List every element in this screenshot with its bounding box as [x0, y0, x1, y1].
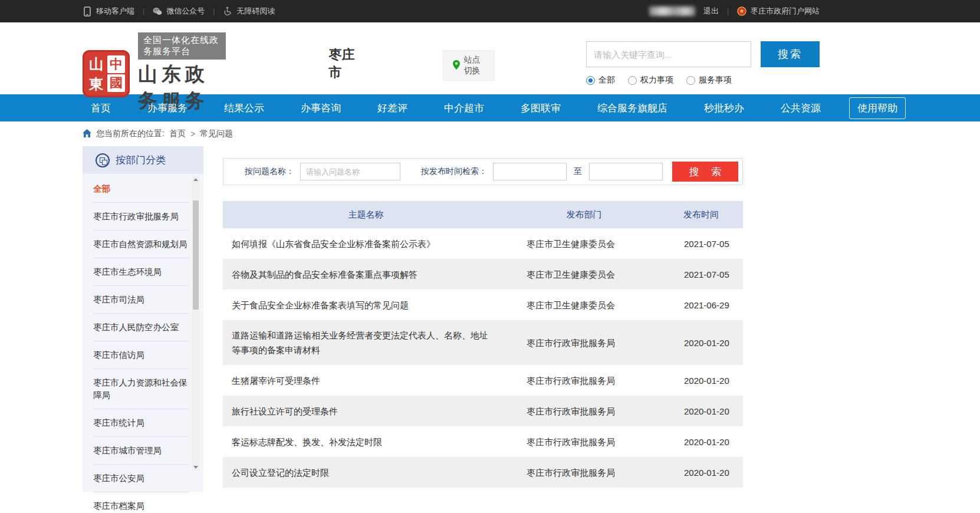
- radio-icon: [686, 76, 695, 85]
- wechat-icon: [153, 6, 162, 16]
- department-item[interactable]: 枣庄市司法局: [93, 286, 189, 314]
- department-item[interactable]: 枣庄市生态环境局: [93, 258, 189, 286]
- nav-item-公共资源[interactable]: 公共资源: [772, 97, 829, 119]
- table-body: 如何填报《山东省食品安全企业标准备案前公示表》枣庄市卫生健康委员会2021-07…: [223, 228, 743, 488]
- faq-title-link[interactable]: 如何填报《山东省食品安全企业标准备案前公示表》: [223, 229, 509, 259]
- department-item[interactable]: 枣庄市人民防空办公室: [93, 314, 189, 341]
- top-utility-bar: 移动客户端 | 微信公众号 | 无障碍阅读 退出 |: [0, 0, 980, 22]
- faq-title-link[interactable]: 客运标志牌配发、换发、补发法定时限: [223, 427, 509, 457]
- faq-row: 公司设立登记的法定时限枣庄市行政审批服务局2020-01-20: [223, 457, 743, 488]
- breadcrumb-home-link[interactable]: 首页: [169, 129, 186, 139]
- radio-icon: [586, 76, 595, 85]
- nav-item-使用帮助[interactable]: 使用帮助: [849, 97, 906, 119]
- gov-portal-label: 枣庄市政府门户网站: [751, 6, 820, 17]
- keyword-search-input[interactable]: [586, 41, 751, 67]
- site-header: 山 東 中 國 全国一体化在线政务服务平台 山东政务服务 枣庄市 站点切换 搜索…: [0, 22, 980, 94]
- faq-title-link[interactable]: 关于食品安全企业标准备案表填写的常见问题: [223, 290, 509, 320]
- department-item[interactable]: 枣庄市人力资源和社会保障局: [93, 369, 189, 409]
- faq-title-link[interactable]: 旅行社设立许可的受理条件: [223, 396, 509, 426]
- sidebar-title: 按部门分类: [116, 153, 166, 167]
- faq-title-link[interactable]: 生猪屠宰许可受理条件: [223, 366, 509, 396]
- faq-title-link[interactable]: 谷物及其制品的食品安全标准备案重点事项解答: [223, 259, 509, 290]
- sidebar-scrollbar[interactable]: [192, 176, 199, 471]
- scroll-down-arrow-icon[interactable]: [192, 463, 199, 471]
- topbar-left-group: 移动客户端 | 微信公众号 | 无障碍阅读: [83, 6, 275, 17]
- nav-item-办事服务[interactable]: 办事服务: [139, 97, 196, 119]
- scrollbar-thumb[interactable]: [193, 200, 199, 310]
- seal-char: 山: [86, 55, 106, 74]
- radio-icon: [628, 76, 637, 85]
- header-search-button[interactable]: 搜索: [761, 41, 820, 67]
- faq-date: 2021-06-29: [659, 298, 743, 313]
- topbar-right-group: 退出 | 枣庄市政府门户网站: [649, 6, 820, 17]
- department-item[interactable]: 枣庄市信访局: [93, 341, 189, 369]
- accessibility-link[interactable]: 无障碍阅读: [223, 6, 275, 17]
- date-from-input[interactable]: [493, 163, 567, 180]
- mobile-app-link[interactable]: 移动客户端: [83, 6, 134, 17]
- faq-filter-bar: 按问题名称： 按发布时间检索： 至 搜 索: [223, 158, 743, 185]
- column-header-title: 主题名称: [223, 209, 509, 221]
- faq-row: 生猪屠宰许可受理条件枣庄市行政审批服务局2020-01-20: [223, 365, 743, 396]
- faq-department: 枣庄市卫生健康委员会: [509, 267, 659, 282]
- date-to-input[interactable]: [589, 163, 663, 180]
- department-item[interactable]: 枣庄市城市管理局: [93, 437, 189, 465]
- nav-item-办事咨询[interactable]: 办事咨询: [292, 97, 349, 119]
- department-item[interactable]: 枣庄市公安局: [93, 465, 189, 492]
- scroll-up-arrow-icon[interactable]: [192, 176, 199, 183]
- site-switch-label: 站点切换: [464, 55, 485, 76]
- question-name-label: 按问题名称：: [245, 166, 294, 177]
- radio-label: 权力事项: [640, 75, 673, 86]
- question-name-input[interactable]: [300, 163, 400, 180]
- nav-item-好差评[interactable]: 好差评: [369, 97, 416, 119]
- nav-item-首页[interactable]: 首页: [83, 97, 119, 119]
- radio-label: 全部: [598, 75, 615, 86]
- topbar-divider: |: [213, 7, 215, 15]
- faq-row: 道路运输和道路运输相关业务经营者变更法定代表人、名称、地址等事项的备案申请材料枣…: [223, 320, 743, 365]
- department-list: 全部枣庄市行政审批服务局枣庄市自然资源和规划局枣庄市生态环境局枣庄市司法局枣庄市…: [83, 174, 203, 513]
- faq-row: 谷物及其制品的食品安全标准备案重点事项解答枣庄市卫生健康委员会2021-07-0…: [223, 259, 743, 290]
- faq-row: 旅行社设立许可的受理条件枣庄市行政审批服务局2020-01-20: [223, 396, 743, 426]
- nav-item-综合服务旗舰店[interactable]: 综合服务旗舰店: [589, 97, 676, 119]
- logout-label: 退出: [703, 6, 719, 17]
- faq-department: 枣庄市卫生健康委员会: [509, 298, 659, 313]
- department-item[interactable]: 枣庄市自然资源和规划局: [93, 231, 189, 258]
- department-item[interactable]: 枣庄市档案局: [93, 492, 189, 513]
- search-scope-radio[interactable]: 全部: [586, 75, 615, 86]
- faq-date: 2021-07-05: [659, 236, 743, 251]
- breadcrumb-prefix: 您当前所在的位置:: [96, 129, 165, 139]
- breadcrumb-current: 常见问题: [200, 129, 233, 139]
- search-scope-radio[interactable]: 服务事项: [686, 75, 732, 86]
- home-icon: [83, 129, 91, 139]
- faq-row: 如何填报《山东省食品安全企业标准备案前公示表》枣庄市卫生健康委员会2021-07…: [223, 228, 743, 259]
- department-sidebar: 按部门分类 全部枣庄市行政审批服务局枣庄市自然资源和规划局枣庄市生态环境局枣庄市…: [83, 146, 203, 492]
- publish-date-label: 按发布时间检索：: [421, 166, 487, 177]
- logout-link[interactable]: 退出: [703, 6, 719, 17]
- department-item[interactable]: 全部: [93, 175, 189, 203]
- gov-portal-link[interactable]: 枣庄市政府门户网站: [737, 6, 820, 17]
- national-emblem-icon: [737, 6, 746, 16]
- nav-item-中介超市[interactable]: 中介超市: [436, 97, 492, 119]
- faq-table: 主题名称 发布部门 发布时间 如何填报《山东省食品安全企业标准备案前公示表》枣庄…: [223, 201, 743, 488]
- faq-date: 2020-01-20: [659, 336, 743, 350]
- accessibility-label: 无障碍阅读: [236, 6, 275, 17]
- faq-department: 枣庄市行政审批服务局: [509, 373, 659, 388]
- faq-date: 2020-01-20: [659, 435, 743, 449]
- site-switch-button[interactable]: 站点切换: [443, 50, 495, 81]
- topbar-divider: |: [143, 7, 144, 15]
- nav-item-多图联审[interactable]: 多图联审: [512, 97, 569, 119]
- faq-department: 枣庄市行政审批服务局: [509, 336, 659, 350]
- main-panel: 按问题名称： 按发布时间检索： 至 搜 索 主题名称 发布部门 发布时间 如何填…: [223, 146, 743, 488]
- nav-item-结果公示[interactable]: 结果公示: [216, 97, 272, 119]
- department-item[interactable]: 枣庄市统计局: [93, 409, 189, 437]
- sidebar-header: 按部门分类: [83, 146, 203, 174]
- faq-title-link[interactable]: 公司设立登记的法定时限: [223, 458, 509, 488]
- filter-search-button[interactable]: 搜 索: [672, 162, 738, 182]
- seal-char-block: 中: [107, 55, 125, 73]
- shandong-seal-logo: 山 東 中 國: [83, 50, 130, 97]
- nav-item-秒批秒办[interactable]: 秒批秒办: [696, 97, 752, 119]
- search-scope-radio[interactable]: 权力事项: [628, 75, 673, 86]
- wechat-link[interactable]: 微信公众号: [153, 6, 205, 17]
- topbar-divider: |: [727, 7, 729, 15]
- department-item[interactable]: 枣庄市行政审批服务局: [93, 203, 189, 231]
- faq-title-link[interactable]: 道路运输和道路运输相关业务经营者变更法定代表人、名称、地址等事项的备案申请材料: [223, 320, 509, 365]
